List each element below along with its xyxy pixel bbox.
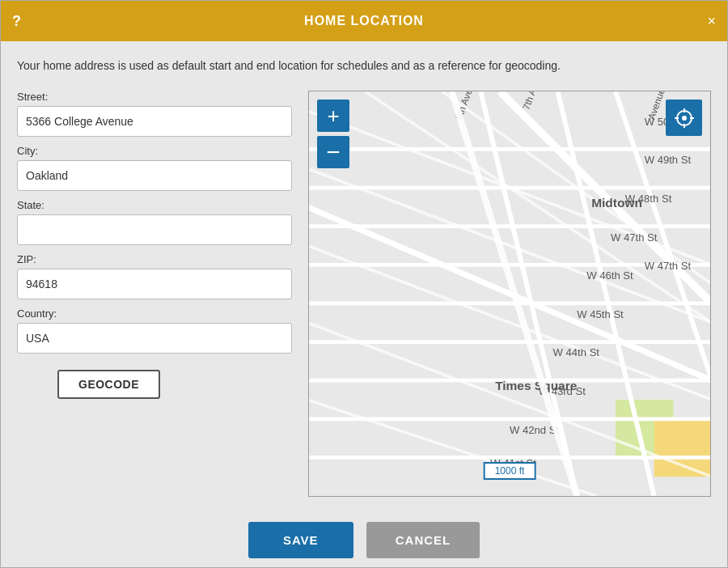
svg-text:W 45th St: W 45th St: [577, 308, 624, 320]
title-bar: ? HOME LOCATION ×: [1, 1, 727, 41]
close-button[interactable]: ×: [696, 13, 716, 30]
zoom-in-button[interactable]: +: [317, 100, 349, 132]
svg-text:W 47th St: W 47th St: [645, 260, 692, 272]
svg-rect-8: [654, 419, 710, 477]
svg-point-1: [682, 116, 687, 121]
cancel-button[interactable]: CANCEL: [366, 522, 480, 558]
country-input[interactable]: [17, 323, 292, 354]
home-location-dialog: ? HOME LOCATION × Your home address is u…: [0, 0, 728, 568]
locate-icon: [674, 108, 695, 129]
content-area: Street: City: State: ZIP: Country: GEOCO…: [17, 91, 711, 497]
help-button[interactable]: ?: [12, 13, 32, 30]
description-text: Your home address is used as default sta…: [17, 57, 711, 74]
map-scale-label: 1000 ft: [484, 462, 536, 480]
map-canvas: W 50th St W 49th St W 48th St W 47th St …: [309, 91, 710, 496]
svg-text:Midtown: Midtown: [591, 196, 642, 210]
svg-text:W 44th St: W 44th St: [553, 346, 600, 358]
map-section: + −: [308, 91, 711, 497]
country-label: Country:: [17, 307, 292, 320]
zip-label: ZIP:: [17, 253, 292, 265]
svg-text:W 47th St: W 47th St: [611, 231, 658, 244]
state-label: State:: [17, 199, 292, 211]
geocode-button[interactable]: GEOCODE: [57, 370, 160, 399]
svg-text:W 49th St: W 49th St: [645, 154, 692, 166]
dialog-footer: SAVE CANCEL: [1, 509, 727, 568]
zip-input[interactable]: [17, 269, 292, 299]
svg-text:W 46th St: W 46th St: [586, 269, 633, 282]
state-input[interactable]: [17, 214, 292, 245]
form-section: Street: City: State: ZIP: Country: GEOCO…: [17, 91, 292, 497]
street-input[interactable]: [17, 106, 292, 137]
dialog-body: Your home address is used as default sta…: [1, 41, 727, 509]
city-input[interactable]: [17, 160, 292, 191]
save-button[interactable]: SAVE: [248, 522, 353, 558]
svg-text:Times Square: Times Square: [495, 379, 578, 392]
dialog-title: HOME LOCATION: [304, 14, 424, 28]
street-label: Street:: [17, 91, 292, 103]
city-label: City:: [17, 145, 292, 157]
zoom-out-button[interactable]: −: [317, 136, 349, 168]
locate-button[interactable]: [666, 100, 702, 136]
